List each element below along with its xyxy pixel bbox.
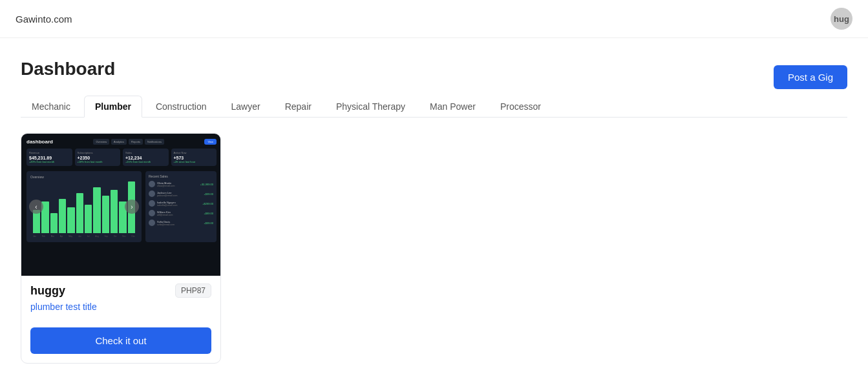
activity-avatar <box>149 200 155 207</box>
bar <box>85 205 92 233</box>
activity-row: Olivia Martin olivia@email.com +$1,999.0… <box>149 181 213 187</box>
activity-row: William Kim will@email.com +$99.00 <box>149 210 213 216</box>
chart-next-button[interactable]: › <box>125 200 139 214</box>
activity-avatar <box>149 191 155 197</box>
activity-avatar <box>149 181 155 187</box>
activity-avatar <box>149 220 155 226</box>
mini-stat: Sales+12,234+15% from last month <box>123 149 169 166</box>
activity-info: Sofia Davis sofia@email.com <box>157 220 202 226</box>
bar <box>102 196 109 233</box>
activity-info: Olivia Martin olivia@email.com <box>157 181 198 187</box>
mini-chart: ‹ Overview JanFebMarAprMayJunJulAugSepOc… <box>26 171 142 242</box>
tab-plumber[interactable]: Plumber <box>84 96 142 118</box>
activity-row: Sofia Davis sofia@email.com +$39.00 <box>149 220 213 226</box>
bar <box>111 190 118 233</box>
activity-info: William Kim will@email.com <box>157 211 202 216</box>
card-price-badge: PHP87 <box>175 284 211 298</box>
card-info: huggy PHP87 plumber test title Check it … <box>21 276 220 363</box>
logo: Gawinto.com <box>16 14 72 25</box>
chart-prev-button[interactable]: ‹ <box>29 200 43 214</box>
activity-avatar <box>149 210 155 216</box>
tab-processor[interactable]: Processor <box>489 96 552 118</box>
mini-activity-title: Recent Sales <box>149 174 213 178</box>
bar-chart <box>30 181 138 233</box>
avatar[interactable]: hug <box>831 8 852 30</box>
mini-dash-title: dashboard <box>26 139 53 145</box>
activity-info: Isabella Nguyen isabella@email.com <box>157 201 200 207</box>
tab-repair[interactable]: Repair <box>274 96 323 118</box>
bar <box>93 187 100 233</box>
activity-row: Isabella Nguyen isabella@email.com +$299… <box>149 200 213 207</box>
mini-dash-header: dashboard Overview Analytics Reports Not… <box>26 139 217 145</box>
mini-stat: Subscriptions+2350+18% from last month <box>75 149 121 166</box>
bar <box>76 193 83 233</box>
bar <box>50 213 58 233</box>
page-title: Dashboard <box>21 59 115 79</box>
mini-chart-title: Overview <box>30 175 138 179</box>
tab-construction[interactable]: Construction <box>145 96 218 118</box>
gig-card: dashboard Overview Analytics Reports Not… <box>21 133 221 364</box>
tab-physical-therapy[interactable]: Physical Therapy <box>325 96 416 118</box>
card-username: huggy <box>30 284 65 298</box>
main-content: Dashboard Post a Gig MechanicPlumberCons… <box>0 38 868 384</box>
card-gig-link[interactable]: plumber test title <box>30 302 211 312</box>
mini-stat: Active Now+573+20 since last hour <box>171 149 217 166</box>
tab-man-power[interactable]: Man Power <box>419 96 487 118</box>
mini-chart-area: ‹ Overview JanFebMarAprMayJunJulAugSepOc… <box>26 171 217 242</box>
mini-stats: Revenue$45,231.89+20% from last monthSub… <box>26 149 217 166</box>
title-row: Dashboard Post a Gig <box>21 59 847 95</box>
post-gig-button[interactable]: Post a Gig <box>774 65 847 89</box>
header: Gawinto.com hug <box>0 0 868 38</box>
tab-mechanic[interactable]: Mechanic <box>21 96 81 118</box>
category-tabs: MechanicPlumberConstructionLawyerRepairP… <box>21 95 847 118</box>
activity-row: Jackson Lee jackson@email.com +$39.00 <box>149 191 213 197</box>
card-thumbnail: dashboard Overview Analytics Reports Not… <box>21 134 221 276</box>
bar <box>59 199 66 233</box>
mini-dashboard: dashboard Overview Analytics Reports Not… <box>21 134 221 276</box>
mini-activity: Recent Sales Olivia Martin olivia@email.… <box>145 171 217 242</box>
bar <box>67 207 74 233</box>
mini-stat: Revenue$45,231.89+20% from last month <box>26 149 72 166</box>
tab-lawyer[interactable]: Lawyer <box>220 96 271 118</box>
card-title-row: huggy PHP87 <box>30 284 211 298</box>
check-it-out-button[interactable]: Check it out <box>30 327 211 354</box>
activity-info: Jackson Lee jackson@email.com <box>157 191 202 197</box>
